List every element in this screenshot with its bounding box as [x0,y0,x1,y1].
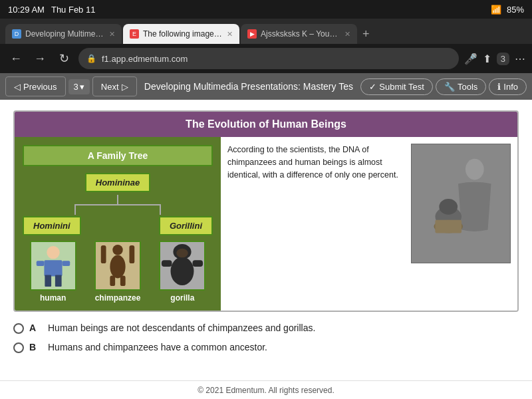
svg-point-19 [177,249,188,258]
tab-youtube[interactable]: ▶ Ajssksksks K – YouTube ✕ [241,24,357,44]
info-icon: ℹ [497,82,501,92]
question-num-value: 3 [74,82,78,92]
svg-rect-13 [120,276,126,287]
human-label: human [40,293,66,303]
tab-favicon-2: E [130,29,139,39]
family-tree-section: A Family Tree Homininae Hominini [15,137,221,311]
gorilla-image [159,241,205,291]
svg-point-8 [112,245,123,255]
checkmark-icon: ✓ [369,82,376,92]
svg-point-21 [466,159,484,180]
url-text: f1.app.edmentum.com [102,54,188,64]
tools-label: Tools [458,82,477,92]
tab-favicon-1: D [12,29,21,39]
question-number: 3 ▾ [68,79,90,94]
chevron-right-icon: ▷ [122,82,128,92]
tools-icon: 🔧 [444,82,455,92]
root-connector [117,195,118,204]
info-label: Info [503,82,518,92]
tab-count-badge[interactable]: 3 [497,53,509,65]
svg-point-1 [47,246,59,259]
chevron-left-icon: ◁ [14,82,21,92]
tab-favicon-3: ▶ [247,29,257,39]
svg-point-23 [439,199,458,215]
answer-choice-a: A Human beings are not descendants of ch… [13,323,519,334]
url-box[interactable]: 🔒 f1.app.edmentum.com [78,48,459,69]
svg-point-9 [110,255,125,278]
svg-rect-25 [435,220,462,233]
lock-icon: 🔒 [86,54,96,63]
next-label: Next [101,82,119,92]
radio-a[interactable] [13,323,24,334]
human-image-box: human [23,241,83,303]
tab-label-1: Developing Multimedia... [25,29,105,39]
question-card: The Evolution of Human Beings A Family T… [13,110,519,312]
left-node: Hominini [23,216,81,235]
gorilla-svg [160,241,204,290]
choice-label-b: B [29,342,43,352]
status-bar-right: 📶 85% [491,5,524,15]
chimp-image-box: chimpanzee [87,241,148,303]
address-bar: ← → ↻ 🔒 f1.app.edmentum.com 🎤 ⬆ 3 ⋯ [0,44,532,73]
svg-rect-11 [129,245,134,263]
answer-choice-b: B Humans and chimpanzees have a common a… [13,342,519,353]
mic-icon[interactable]: 🎤 [464,53,477,65]
new-tab-button[interactable]: + [358,27,374,41]
gorilla-image-box: gorilla [152,241,213,303]
svg-rect-12 [110,276,115,287]
submit-test-button[interactable]: ✓ Submit Test [360,78,433,95]
previous-label: Previous [23,82,57,92]
tab-bar: D Developing Multimedia... ✕ E The follo… [0,19,532,44]
tab-close-1[interactable]: ✕ [109,30,115,39]
right-node: Gorillini [159,216,213,235]
submit-label: Submit Test [379,82,424,92]
tab-close-2[interactable]: ✕ [227,30,233,39]
branch-down-right [160,204,161,215]
tab-close-3[interactable]: ✕ [344,30,350,39]
radio-b[interactable] [13,342,24,353]
chimp-label: chimpanzee [95,293,141,303]
address-bar-actions: 🎤 ⬆ 3 ⋯ [464,53,525,65]
branch-horizontal [74,204,161,205]
share-icon[interactable]: ⬆ [483,53,491,65]
human-svg [31,241,75,290]
svg-rect-18 [193,260,203,267]
more-icon[interactable]: ⋯ [515,53,525,65]
bw-photo [411,144,511,263]
toolbar-right: ✓ Submit Test 🔧 Tools ℹ Info [360,78,527,95]
svg-rect-4 [55,275,62,287]
battery-display: 85% [507,5,524,15]
choice-label-a: A [29,323,43,333]
root-node: Homininae [85,173,150,192]
svg-rect-5 [36,261,44,266]
tab-label-2: The following image is s... [143,29,223,39]
svg-rect-2 [44,260,62,276]
previous-button[interactable]: ◁ Previous [5,76,66,96]
toolbar-title: Developing Multimedia Presentations: Mas… [140,81,358,92]
tab-developing-multimedia[interactable]: D Developing Multimedia... ✕ [5,24,122,44]
info-button[interactable]: ℹ Info [489,78,527,95]
left-branch: Hominini [23,216,81,235]
branch-down-left [74,204,76,215]
family-tree-title: A Family Tree [23,145,213,166]
tools-button[interactable]: 🔧 Tools [436,78,486,95]
right-branch: Gorillini [159,216,213,235]
root-node-container: Homininae [23,173,213,192]
dropdown-icon[interactable]: ▾ [80,82,84,92]
forward-button[interactable]: → [31,49,49,68]
main-content: The Evolution of Human Beings A Family T… [0,100,532,380]
tab-following-image[interactable]: E The following image is s... ✕ [123,24,239,44]
svg-rect-3 [45,275,51,287]
photo-section: According to the scientists, the DNA of … [221,137,517,311]
bw-photo-svg [412,144,511,263]
back-button[interactable]: ← [7,49,25,68]
svg-point-16 [171,257,194,285]
svg-rect-6 [62,261,70,266]
reload-button[interactable]: ↻ [55,49,73,68]
chimp-svg [96,241,140,290]
toolbar: ◁ Previous 3 ▾ Next ▷ Developing Multime… [0,73,532,100]
svg-rect-17 [162,260,172,267]
chimp-image [94,241,141,291]
time-display: 10:29 AM [8,5,45,15]
next-button[interactable]: Next ▷ [92,76,137,96]
